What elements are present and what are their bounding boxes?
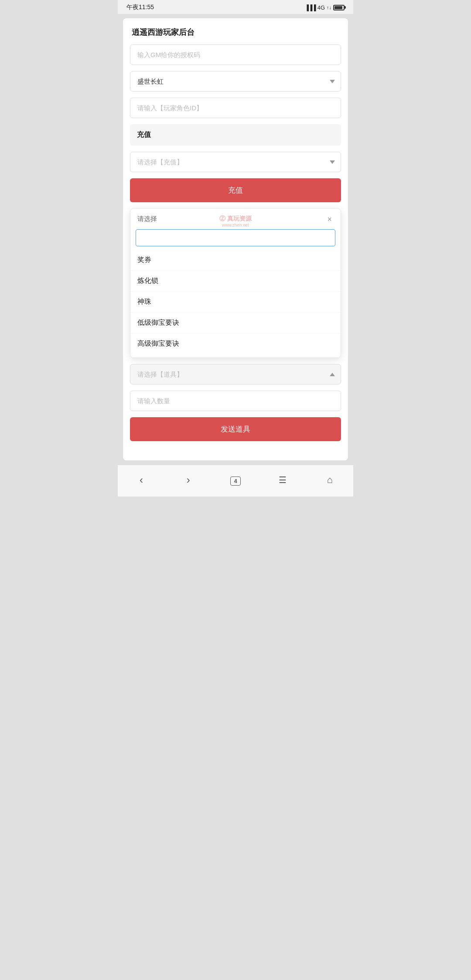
network-type: 4G	[317, 4, 325, 11]
item-select[interactable]: 请选择【道具】	[130, 364, 341, 385]
role-id-section	[123, 98, 348, 124]
signal-icon: ▐▐▐	[305, 4, 316, 11]
home-button[interactable]: ⌂	[319, 472, 341, 488]
status-indicators: ▐▐▐ 4G ↑↓	[305, 4, 345, 11]
role-id-input[interactable]	[130, 98, 341, 118]
server-select-section: 盛世长虹	[123, 71, 348, 92]
dropdown-list: 奖券炼化锁神珠低级御宝要诀高级御宝要诀	[130, 250, 341, 357]
auth-code-input[interactable]	[130, 44, 341, 65]
recharge-select[interactable]: 请选择【充值】	[130, 152, 341, 172]
server-select[interactable]: 盛世长虹	[130, 71, 341, 92]
dropdown-item-4[interactable]: 低级御宝要诀	[130, 313, 341, 333]
item-select-wrapper: 请选择【道具】	[130, 364, 341, 385]
dropdown-popup: 请选择 × Ⓩ 真玩资源 www.zhen.net 奖券炼化锁神珠低级御宝要诀高…	[130, 208, 341, 358]
battery-icon	[333, 5, 345, 10]
recharge-select-section: 请选择【充值】	[123, 152, 348, 172]
dropdown-title: 请选择	[137, 215, 157, 223]
forward-button[interactable]: ›	[177, 471, 199, 489]
recharge-select-wrapper: 请选择【充值】	[130, 152, 341, 172]
section-label-recharge: 充值	[130, 124, 341, 146]
status-bar: 午夜11:55 ▐▐▐ 4G ↑↓	[118, 0, 353, 14]
dropdown-search-input[interactable]	[136, 229, 335, 246]
menu-button[interactable]: ☰	[272, 472, 294, 488]
tab-switcher-button[interactable]: 4	[224, 473, 246, 488]
send-item-button[interactable]: 发送道具	[130, 417, 341, 441]
network-speed-icon: ↑↓	[327, 5, 331, 10]
page-title: 逍遥西游玩家后台	[123, 18, 348, 44]
dropdown-item-5[interactable]: 高级御宝要诀	[130, 333, 341, 354]
back-button[interactable]: ‹	[130, 471, 152, 489]
item-select-section: 请选择【道具】	[123, 364, 348, 385]
quantity-input[interactable]	[130, 391, 341, 411]
tab-count: 4	[230, 476, 240, 486]
bottom-nav: ‹ › 4 ☰ ⌂	[118, 465, 353, 497]
recharge-button[interactable]: 充值	[130, 178, 341, 202]
dropdown-item-1[interactable]: 奖券	[130, 250, 341, 271]
form-section	[123, 44, 348, 71]
main-card: 逍遥西游玩家后台 盛世长虹 充值 请选择【充值】 充值 请选择 ×	[123, 18, 348, 460]
quantity-section	[123, 391, 348, 417]
dropdown-header: 请选择 ×	[130, 209, 341, 228]
time-display: 午夜11:55	[126, 3, 154, 11]
server-select-wrapper: 盛世长虹	[130, 71, 341, 92]
dropdown-close-button[interactable]: ×	[325, 215, 334, 223]
dropdown-item-2[interactable]: 炼化锁	[130, 271, 341, 292]
dropdown-item-3[interactable]: 神珠	[130, 292, 341, 313]
